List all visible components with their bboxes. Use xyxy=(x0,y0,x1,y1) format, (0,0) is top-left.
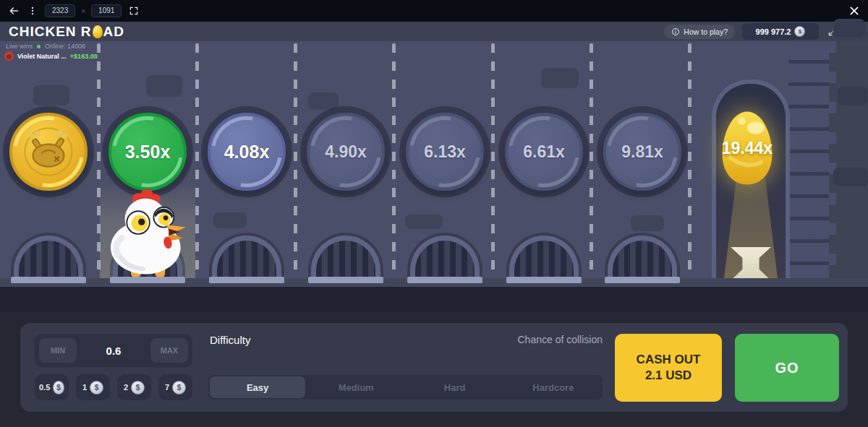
difficulty-segmented-control: Easy Medium Hard Hardcore xyxy=(208,375,603,400)
road-patch xyxy=(631,215,664,231)
online-dot-icon xyxy=(37,45,41,48)
quick-bet-1-button[interactable]: 1 $ xyxy=(76,374,110,400)
how-to-play-label: How to play? xyxy=(684,27,728,36)
wall-patch xyxy=(833,168,868,186)
road-patch xyxy=(308,92,339,110)
dollar-coin-icon: $ xyxy=(131,381,145,394)
live-wins-title: Live wins xyxy=(6,43,33,50)
wall-patch xyxy=(838,87,868,105)
wall-patch xyxy=(833,19,865,38)
difficulty-tab-medium[interactable]: Medium xyxy=(308,376,404,398)
multiplier-token: 6.61x xyxy=(505,113,583,191)
dimension-times-sign: × xyxy=(81,7,85,15)
grate-sill xyxy=(506,277,582,283)
live-wins-header: Live wins Online: 14008 xyxy=(6,43,85,50)
multiplier-token-next: 4.08x xyxy=(208,113,286,191)
go-button[interactable]: GO xyxy=(735,334,839,402)
lane-divider xyxy=(491,43,495,280)
winner-amount: +$163.00 xyxy=(70,53,98,60)
lane-divider xyxy=(294,43,297,280)
back-arrow-icon[interactable] xyxy=(7,4,20,17)
grate-sill xyxy=(209,277,284,283)
max-bet-button[interactable]: MAX xyxy=(150,338,188,363)
multiplier-token: 6.13x xyxy=(406,113,484,191)
winner-name: Violet Natural ... xyxy=(17,53,67,60)
winner-avatar xyxy=(4,51,14,61)
lane-divider xyxy=(392,43,396,280)
cash-out-line2: 2.1 USD xyxy=(645,368,692,382)
chicken-road-logo: CHICKEN RAD xyxy=(9,24,124,40)
grate-sill xyxy=(308,277,383,283)
bet-value-field[interactable]: 0.6 xyxy=(106,345,122,357)
quick-bet-label: 0.5 xyxy=(39,383,50,392)
dollar-coin-icon: $ xyxy=(90,381,103,394)
fullscreen-brackets-icon[interactable] xyxy=(127,4,140,17)
balance-value: 999 977.2 xyxy=(756,27,791,36)
lane-divider xyxy=(688,43,692,280)
header-right-cluster: How to play? 999 977.2 $ xyxy=(664,23,859,40)
bet-amount-box: MIN 0.6 MAX xyxy=(35,334,192,367)
final-multiplier-label: 19.44x xyxy=(716,139,778,158)
quick-bet-7-button[interactable]: 7 $ xyxy=(158,374,192,400)
golden-egg-prize: 19.44x xyxy=(716,108,778,188)
quick-bet-0.5-button[interactable]: 0.5 $ xyxy=(35,374,69,400)
game-header: CHICKEN RAD How to play? 999 977.2 $ xyxy=(0,22,868,41)
quick-bet-label: 7 xyxy=(165,383,169,392)
info-icon xyxy=(671,27,680,36)
quick-bet-label: 2 xyxy=(124,383,128,392)
online-count: Online: 14008 xyxy=(45,43,85,50)
roast-chicken-icon xyxy=(22,125,75,178)
logo-text-prefix: CHICKEN R xyxy=(9,24,92,40)
difficulty-header-row: Difficulty Chance of collision xyxy=(210,334,603,346)
viewport-height-box: 1091 xyxy=(91,4,122,17)
collected-coin-token xyxy=(9,113,88,191)
chicken-character xyxy=(101,185,195,280)
min-bet-button[interactable]: MIN xyxy=(39,338,77,363)
chance-of-collision-label: Chance of collision xyxy=(517,334,603,345)
logo-text-suffix: AD xyxy=(103,24,124,40)
multiplier-token: 4.90x xyxy=(307,113,385,191)
grate-sill xyxy=(11,277,86,283)
quick-bet-label: 1 xyxy=(82,383,87,392)
lane-divider xyxy=(97,43,101,280)
multiplier-token: 9.81x xyxy=(603,113,681,191)
road-patch xyxy=(213,212,247,228)
how-to-play-button[interactable]: How to play? xyxy=(664,25,735,39)
balance-pill[interactable]: 999 977.2 $ xyxy=(742,23,819,40)
lane-divider xyxy=(195,43,199,280)
grate-sill xyxy=(605,277,680,283)
chicken-road-app: 2323 × 1091 CHICKEN RAD How to play? 999… xyxy=(0,0,868,427)
quick-bet-row: 0.5 $ 1 $ 2 $ 7 $ xyxy=(35,374,192,400)
road-patch xyxy=(541,68,579,88)
dollar-coin-icon: $ xyxy=(53,381,64,394)
brick-column xyxy=(788,41,829,287)
multiplier-token-current: 3.50x xyxy=(109,113,187,191)
difficulty-tab-hard[interactable]: Hard xyxy=(407,376,503,398)
logo-egg-icon xyxy=(93,25,103,38)
viewport-width-box: 2323 xyxy=(45,4,75,17)
road-shoulder xyxy=(0,287,868,312)
road-patch xyxy=(33,85,69,105)
difficulty-tab-hardcore[interactable]: Hardcore xyxy=(506,376,601,398)
dollar-coin-icon: $ xyxy=(172,381,186,394)
lane-divider xyxy=(590,43,593,280)
cash-out-line1: CASH OUT xyxy=(637,353,701,366)
difficulty-tab-easy[interactable]: Easy xyxy=(210,376,305,398)
cash-out-button[interactable]: CASH OUT 2.1 USD xyxy=(615,334,722,402)
kebab-menu-icon[interactable] xyxy=(26,4,39,17)
system-topbar: 2323 × 1091 xyxy=(0,0,868,22)
live-win-entry[interactable]: Violet Natural ... +$163.00 xyxy=(4,51,98,61)
close-icon[interactable] xyxy=(848,4,861,17)
quick-bet-2-button[interactable]: 2 $ xyxy=(117,374,151,400)
grate-sill xyxy=(407,277,482,283)
road-patch xyxy=(405,215,443,229)
difficulty-label: Difficulty xyxy=(210,334,250,346)
road-patch xyxy=(146,75,182,97)
balance-coin-icon: $ xyxy=(794,26,805,37)
